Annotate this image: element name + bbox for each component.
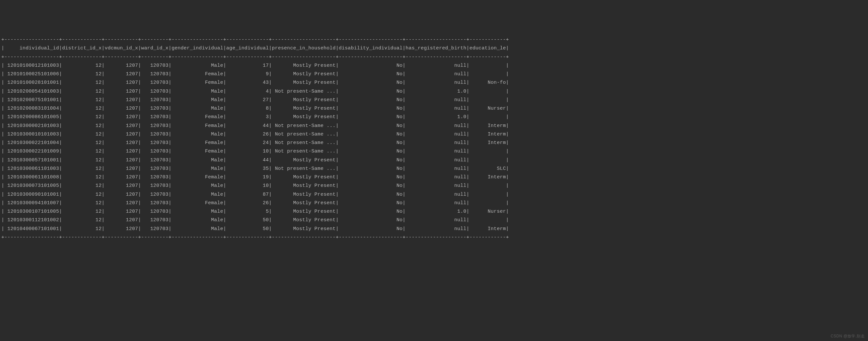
ascii-table: +------------------+-------------+------…	[1, 36, 867, 242]
